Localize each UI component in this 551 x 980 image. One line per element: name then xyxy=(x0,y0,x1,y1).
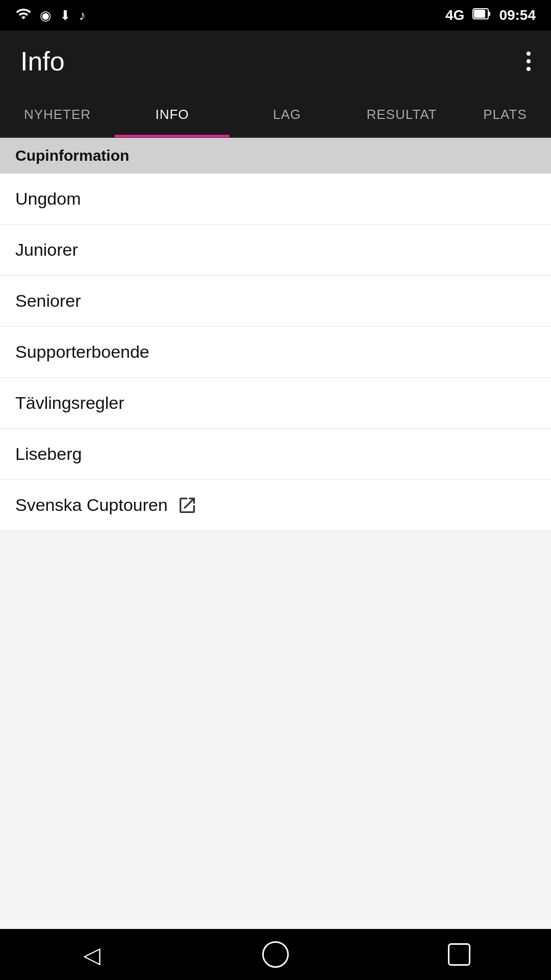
bottom-nav-bar: ◁ xyxy=(0,929,551,980)
download-icon: ⬇ xyxy=(60,8,71,23)
tab-resultat[interactable]: RESULTAT xyxy=(344,92,459,137)
nav-recent-button[interactable] xyxy=(439,934,480,975)
list-item-ungdom[interactable]: Ungdom xyxy=(0,174,551,225)
battery-icon xyxy=(472,7,491,24)
section-header-cupinformation: Cupinformation xyxy=(0,138,551,174)
music-icon: ♪ xyxy=(79,8,86,23)
list-item-tavlingsregler[interactable]: Tävlingsregler xyxy=(0,378,551,429)
signal-icon xyxy=(15,6,32,26)
status-bar: ◉ ⬇ ♪ 4G 09:54 xyxy=(0,0,551,31)
list-item-supporterboende[interactable]: Supporterboende xyxy=(0,327,551,378)
home-icon xyxy=(262,941,289,968)
section-header-text: Cupinformation xyxy=(15,147,129,164)
status-info-right: 4G 09:54 xyxy=(445,7,536,24)
notification-icon: ◉ xyxy=(40,8,52,23)
external-link-icon xyxy=(177,495,197,516)
tab-nyheter[interactable]: NYHETER xyxy=(0,92,115,137)
status-icons-left: ◉ ⬇ ♪ xyxy=(15,6,86,26)
menu-dot-1 xyxy=(527,52,531,56)
list-item-seniorer[interactable]: Seniorer xyxy=(0,276,551,327)
network-type: 4G xyxy=(445,7,464,23)
tab-bar: NYHETER INFO LAG RESULTAT PLATS xyxy=(0,92,551,138)
tab-info[interactable]: INFO xyxy=(115,92,230,137)
list-item-liseberg[interactable]: Liseberg xyxy=(0,429,551,480)
menu-dot-2 xyxy=(527,59,531,63)
recent-apps-icon xyxy=(448,943,470,966)
app-header: Info xyxy=(0,31,551,92)
svg-rect-1 xyxy=(488,12,490,16)
tab-lag[interactable]: LAG xyxy=(230,92,344,137)
nav-back-button[interactable]: ◁ xyxy=(71,934,112,975)
clock: 09:54 xyxy=(499,7,536,23)
list-item-svenska-cuptouren[interactable]: Svenska Cuptouren xyxy=(0,480,551,531)
info-list: Ungdom Juniorer Seniorer Supporterboende… xyxy=(0,174,551,531)
more-options-button[interactable] xyxy=(527,52,531,71)
page-title: Info xyxy=(20,46,65,77)
back-icon: ◁ xyxy=(83,942,101,968)
list-item-juniorer[interactable]: Juniorer xyxy=(0,225,551,276)
menu-dot-3 xyxy=(527,67,531,71)
nav-home-button[interactable] xyxy=(255,934,296,975)
tab-plats[interactable]: PLATS xyxy=(459,92,551,137)
svg-rect-2 xyxy=(474,10,485,18)
